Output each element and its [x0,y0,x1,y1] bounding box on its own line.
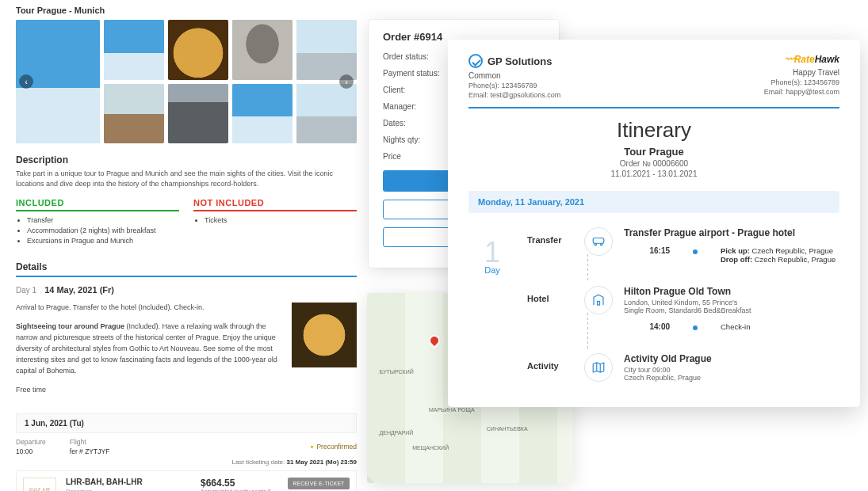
timeline-entry-activity: Activity Activity Old Prague City tour 0… [527,342,839,393]
description-text: Take part in a unique tour to Prague and… [16,169,357,188]
timeline: Transfer Transfer Prague airport - Pragu… [527,216,839,393]
sightseeing-title: Sightseeing tour around Prague [16,322,124,330]
map-pin-icon[interactable] [426,333,442,348]
departure-column: Departure 10:00 [16,438,46,455]
entry-time: 14:00 [624,322,670,331]
itinerary-dates: 11.01.2021 - 13.01.2021 [468,169,839,178]
ticketing-deadline: Last ticketing date: 31 May 2021 (Mo) 23… [16,459,357,466]
gallery-next-button[interactable]: › [339,74,354,89]
entry-title: Transfer Prague airport - Prague hotel [624,227,839,238]
entry-kind: Hotel [527,286,573,303]
flight-ref: fer # ZYTJYF [70,447,110,455]
description-heading: Description [16,154,357,166]
flight-leg: Departure [66,488,191,491]
timeline-entry-hotel: Hotel Hilton Prague Old Town London, Uni… [527,275,839,342]
gallery-image[interactable] [104,84,164,144]
day-label: Day 1 [16,286,36,295]
supplier-phone: Phone(s): 123456789 [468,82,764,89]
timeline-dot-icon [693,325,698,330]
itinerary-panel: GP Solutions Common Phone(s): 123456789 … [448,40,860,407]
timeline-entry-transfer: Transfer Transfer Prague airport - Pragu… [527,216,839,275]
agency-name: Happy Travel [764,68,839,77]
day1-arrival-text: Arrival to Prague. Transfer to the hotel… [16,303,282,314]
entry-title: Hilton Prague Old Town [624,286,839,297]
entry-time: 16:15 [624,246,670,264]
gallery-image[interactable] [168,84,228,144]
entry-kind: Transfer [527,227,573,245]
check-icon [468,54,483,68]
supplier-name: Common [468,71,764,80]
agency-phone: Phone(s): 123456789 [764,78,839,86]
gallery-prev-button[interactable]: ‹ [19,74,33,89]
supplier-email: Email: test@gpsolutions.com [468,91,764,99]
svg-point-1 [595,244,596,246]
flight-card: GULF AIR LHR-BAH, BAH-LHR Departure Arri… [16,470,357,491]
gallery: ‹ › [16,20,357,143]
checkin-label: Check-in [721,322,839,331]
departure-label: Departure [16,438,46,446]
gallery-image[interactable] [104,20,164,80]
svg-rect-3 [598,302,600,306]
entry-kind: Activity [527,353,573,371]
itinerary-tour: Tour Prague [468,146,839,158]
gallery-image[interactable] [296,84,357,144]
entry-meta: London, United Kindom, 55 Prince's [624,299,839,306]
tour-title: Tour Prague - Munich [16,6,357,15]
included-item: Transfer [27,216,179,224]
hotel-icon [584,286,613,314]
not-included-item: Tickets [205,216,357,224]
flight-column: Flight fer # ZYTJYF [70,438,110,455]
details-heading: Details [16,261,357,277]
day1-header: Day 1 14 May, 2021 (Fr) [16,285,357,295]
entry-meta: City tour 09:00 [624,366,839,374]
supplier-brand: GP Solutions [468,54,764,68]
included-heading: INCLUDED [16,198,179,211]
day-label: Day [484,265,500,275]
tour-panel: Tour Prague - Munich ‹ › Description Tak… [16,6,357,491]
day-indicator: 1 Day [468,216,516,393]
timeline-dot-icon [693,249,698,254]
included-column: INCLUDED Transfer Accommodation (2 night… [16,198,179,247]
flight-price: $664.55 [201,478,278,489]
not-included-column: NOT INCLUDED Tickets [193,198,357,247]
svg-rect-0 [593,238,604,244]
agency-logo: 〰RateHawk [764,54,839,65]
svg-point-2 [601,244,602,246]
flight-route: LHR-BAH, BAH-LHR [66,478,191,486]
included-item: Accommodation (2 nights) with breakfast [27,226,179,234]
free-time-text: Free time [16,385,282,396]
gallery-image[interactable] [232,20,293,80]
day1-image [292,303,357,367]
entry-meta: Single Room, Standard6 Bed&Breakfast [624,306,839,314]
status-badge: Preconfirmed [310,438,357,455]
itinerary-order: Order № 00006600 [468,159,839,168]
gallery-image[interactable] [168,20,228,80]
gallery-image[interactable] [296,20,357,80]
bus-icon [584,227,613,256]
not-included-heading: NOT INCLUDED [193,198,357,211]
airline-logo: GULF AIR [23,478,56,491]
flight-label: Flight [70,438,110,446]
itinerary-title: Itinerary [468,118,839,143]
agency-email: Email: happy@test.com [764,88,839,96]
day-date: 14 May, 2021 (Fr) [44,285,114,295]
receive-eticket-button[interactable]: RECEIVE E-TICKET [288,478,350,489]
entry-title: Activity Old Prague [624,353,839,364]
gallery-image[interactable] [232,84,293,144]
day1-text: Arrival to Prague. Transfer to the hotel… [16,303,282,404]
itinerary-day-header: Monday, 11 January, 2021 [468,191,839,213]
day2-header[interactable]: 1 Jun, 2021 (Tu) [16,413,357,433]
day-number: 1 [484,238,500,267]
included-item: Excursions in Prague and Munich [27,237,179,245]
departure-time: 10:00 [16,447,46,455]
entry-meta: Czech Republic, Prague [624,374,839,382]
map-icon [584,353,613,382]
